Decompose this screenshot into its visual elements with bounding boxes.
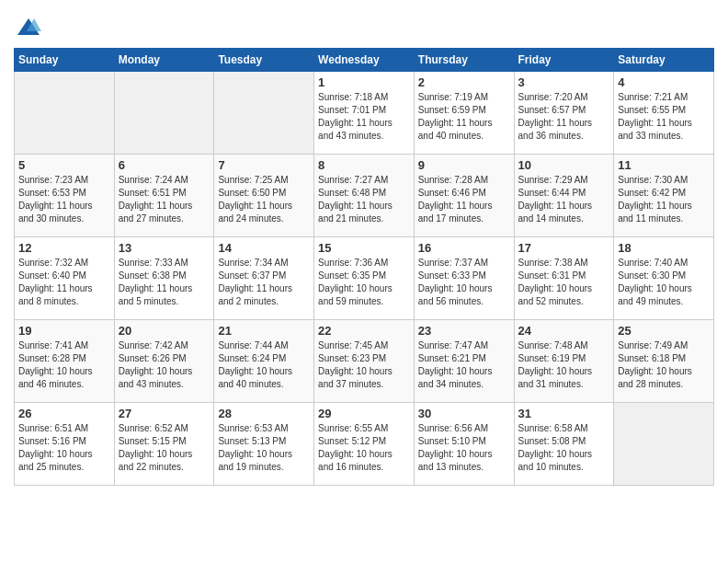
day-cell: 11Sunrise: 7:30 AM Sunset: 6:42 PM Dayli… bbox=[614, 155, 714, 237]
day-info: Sunrise: 7:32 AM Sunset: 6:40 PM Dayligh… bbox=[18, 257, 110, 308]
day-cell: 27Sunrise: 6:52 AM Sunset: 5:15 PM Dayli… bbox=[114, 403, 214, 486]
day-number: 23 bbox=[418, 324, 510, 338]
day-info: Sunrise: 7:48 AM Sunset: 6:19 PM Dayligh… bbox=[518, 339, 610, 391]
day-info: Sunrise: 7:19 AM Sunset: 6:59 PM Dayligh… bbox=[418, 91, 510, 143]
day-number: 25 bbox=[618, 324, 710, 338]
day-cell bbox=[15, 72, 115, 155]
col-header-wednesday: Wednesday bbox=[314, 49, 415, 72]
day-info: Sunrise: 7:45 AM Sunset: 6:23 PM Dayligh… bbox=[318, 339, 410, 391]
day-number: 17 bbox=[518, 241, 610, 255]
day-cell: 30Sunrise: 6:56 AM Sunset: 5:10 PM Dayli… bbox=[414, 403, 514, 486]
day-number: 31 bbox=[518, 407, 610, 420]
col-header-thursday: Thursday bbox=[414, 49, 514, 72]
day-cell: 1Sunrise: 7:18 AM Sunset: 7:01 PM Daylig… bbox=[314, 72, 415, 155]
day-info: Sunrise: 7:38 AM Sunset: 6:31 PM Dayligh… bbox=[518, 257, 610, 308]
day-number: 15 bbox=[318, 241, 410, 255]
day-cell bbox=[114, 72, 214, 155]
page-header bbox=[14, 9, 714, 40]
day-cell: 25Sunrise: 7:49 AM Sunset: 6:18 PM Dayli… bbox=[614, 320, 714, 403]
day-cell: 3Sunrise: 7:20 AM Sunset: 6:57 PM Daylig… bbox=[514, 72, 614, 155]
day-cell: 21Sunrise: 7:44 AM Sunset: 6:24 PM Dayli… bbox=[214, 320, 314, 403]
day-cell: 15Sunrise: 7:36 AM Sunset: 6:35 PM Dayli… bbox=[314, 237, 415, 320]
day-number: 20 bbox=[119, 324, 210, 338]
day-info: Sunrise: 7:21 AM Sunset: 6:55 PM Dayligh… bbox=[618, 91, 710, 143]
col-header-monday: Monday bbox=[114, 49, 214, 72]
day-info: Sunrise: 7:36 AM Sunset: 6:35 PM Dayligh… bbox=[318, 257, 410, 308]
day-number: 9 bbox=[418, 158, 510, 172]
day-cell: 17Sunrise: 7:38 AM Sunset: 6:31 PM Dayli… bbox=[514, 237, 614, 320]
day-cell: 14Sunrise: 7:34 AM Sunset: 6:37 PM Dayli… bbox=[214, 237, 314, 320]
day-info: Sunrise: 7:30 AM Sunset: 6:42 PM Dayligh… bbox=[618, 174, 710, 225]
week-row-1: 1Sunrise: 7:18 AM Sunset: 7:01 PM Daylig… bbox=[15, 72, 714, 155]
col-header-tuesday: Tuesday bbox=[214, 49, 314, 72]
day-info: Sunrise: 7:29 AM Sunset: 6:44 PM Dayligh… bbox=[518, 174, 610, 225]
logo bbox=[14, 15, 41, 40]
day-info: Sunrise: 7:20 AM Sunset: 6:57 PM Dayligh… bbox=[518, 91, 610, 143]
day-number: 8 bbox=[318, 158, 410, 172]
day-cell: 26Sunrise: 6:51 AM Sunset: 5:16 PM Dayli… bbox=[15, 403, 115, 486]
col-header-saturday: Saturday bbox=[614, 49, 714, 72]
day-number: 18 bbox=[618, 241, 710, 255]
day-info: Sunrise: 7:28 AM Sunset: 6:46 PM Dayligh… bbox=[418, 174, 510, 225]
col-header-friday: Friday bbox=[514, 49, 614, 72]
day-info: Sunrise: 7:34 AM Sunset: 6:37 PM Dayligh… bbox=[218, 257, 310, 308]
day-cell: 31Sunrise: 6:58 AM Sunset: 5:08 PM Dayli… bbox=[514, 403, 614, 486]
day-number: 29 bbox=[318, 407, 410, 420]
day-cell: 7Sunrise: 7:25 AM Sunset: 6:50 PM Daylig… bbox=[214, 155, 314, 237]
day-cell: 22Sunrise: 7:45 AM Sunset: 6:23 PM Dayli… bbox=[314, 320, 415, 403]
day-info: Sunrise: 7:41 AM Sunset: 6:28 PM Dayligh… bbox=[18, 339, 110, 391]
day-number: 22 bbox=[318, 324, 410, 338]
day-number: 14 bbox=[218, 241, 310, 255]
day-info: Sunrise: 6:53 AM Sunset: 5:13 PM Dayligh… bbox=[218, 422, 310, 474]
day-cell: 2Sunrise: 7:19 AM Sunset: 6:59 PM Daylig… bbox=[414, 72, 514, 155]
day-number: 24 bbox=[518, 324, 610, 338]
day-number: 12 bbox=[18, 241, 110, 255]
day-cell: 19Sunrise: 7:41 AM Sunset: 6:28 PM Dayli… bbox=[15, 320, 115, 403]
day-number: 21 bbox=[218, 324, 310, 338]
day-info: Sunrise: 6:51 AM Sunset: 5:16 PM Dayligh… bbox=[18, 422, 110, 474]
day-info: Sunrise: 7:44 AM Sunset: 6:24 PM Dayligh… bbox=[218, 339, 310, 391]
day-info: Sunrise: 7:24 AM Sunset: 6:51 PM Dayligh… bbox=[119, 174, 210, 225]
day-number: 5 bbox=[18, 158, 110, 172]
week-row-5: 26Sunrise: 6:51 AM Sunset: 5:16 PM Dayli… bbox=[15, 403, 714, 486]
day-info: Sunrise: 7:47 AM Sunset: 6:21 PM Dayligh… bbox=[418, 339, 510, 391]
day-info: Sunrise: 6:58 AM Sunset: 5:08 PM Dayligh… bbox=[518, 422, 610, 474]
day-info: Sunrise: 7:40 AM Sunset: 6:30 PM Dayligh… bbox=[618, 257, 710, 308]
day-cell bbox=[214, 72, 314, 155]
day-number: 4 bbox=[618, 75, 710, 89]
day-info: Sunrise: 6:55 AM Sunset: 5:12 PM Dayligh… bbox=[318, 422, 410, 474]
day-info: Sunrise: 7:23 AM Sunset: 6:53 PM Dayligh… bbox=[18, 174, 110, 225]
day-number: 13 bbox=[119, 241, 210, 255]
day-info: Sunrise: 7:33 AM Sunset: 6:38 PM Dayligh… bbox=[119, 257, 210, 308]
day-info: Sunrise: 7:42 AM Sunset: 6:26 PM Dayligh… bbox=[119, 339, 210, 391]
day-number: 28 bbox=[218, 407, 310, 420]
day-info: Sunrise: 7:18 AM Sunset: 7:01 PM Dayligh… bbox=[318, 91, 410, 143]
day-cell: 18Sunrise: 7:40 AM Sunset: 6:30 PM Dayli… bbox=[614, 237, 714, 320]
week-row-4: 19Sunrise: 7:41 AM Sunset: 6:28 PM Dayli… bbox=[15, 320, 714, 403]
day-number: 7 bbox=[218, 158, 310, 172]
week-row-3: 12Sunrise: 7:32 AM Sunset: 6:40 PM Dayli… bbox=[15, 237, 714, 320]
day-info: Sunrise: 6:52 AM Sunset: 5:15 PM Dayligh… bbox=[119, 422, 210, 474]
day-cell: 24Sunrise: 7:48 AM Sunset: 6:19 PM Dayli… bbox=[514, 320, 614, 403]
day-number: 26 bbox=[18, 407, 110, 420]
day-number: 6 bbox=[119, 158, 210, 172]
day-cell: 20Sunrise: 7:42 AM Sunset: 6:26 PM Dayli… bbox=[114, 320, 214, 403]
calendar-table: SundayMondayTuesdayWednesdayThursdayFrid… bbox=[14, 48, 714, 486]
day-info: Sunrise: 7:25 AM Sunset: 6:50 PM Dayligh… bbox=[218, 174, 310, 225]
day-cell: 6Sunrise: 7:24 AM Sunset: 6:51 PM Daylig… bbox=[114, 155, 214, 237]
week-row-2: 5Sunrise: 7:23 AM Sunset: 6:53 PM Daylig… bbox=[15, 155, 714, 237]
day-info: Sunrise: 7:37 AM Sunset: 6:33 PM Dayligh… bbox=[418, 257, 510, 308]
day-cell: 12Sunrise: 7:32 AM Sunset: 6:40 PM Dayli… bbox=[15, 237, 115, 320]
day-cell: 28Sunrise: 6:53 AM Sunset: 5:13 PM Dayli… bbox=[214, 403, 314, 486]
day-cell: 9Sunrise: 7:28 AM Sunset: 6:46 PM Daylig… bbox=[414, 155, 514, 237]
day-info: Sunrise: 7:49 AM Sunset: 6:18 PM Dayligh… bbox=[618, 339, 710, 391]
day-cell: 23Sunrise: 7:47 AM Sunset: 6:21 PM Dayli… bbox=[414, 320, 514, 403]
day-number: 30 bbox=[418, 407, 510, 420]
day-number: 10 bbox=[518, 158, 610, 172]
day-info: Sunrise: 6:56 AM Sunset: 5:10 PM Dayligh… bbox=[418, 422, 510, 474]
day-cell: 29Sunrise: 6:55 AM Sunset: 5:12 PM Dayli… bbox=[314, 403, 415, 486]
day-cell: 5Sunrise: 7:23 AM Sunset: 6:53 PM Daylig… bbox=[15, 155, 115, 237]
day-cell: 4Sunrise: 7:21 AM Sunset: 6:55 PM Daylig… bbox=[614, 72, 714, 155]
day-info: Sunrise: 7:27 AM Sunset: 6:48 PM Dayligh… bbox=[318, 174, 410, 225]
day-cell: 13Sunrise: 7:33 AM Sunset: 6:38 PM Dayli… bbox=[114, 237, 214, 320]
